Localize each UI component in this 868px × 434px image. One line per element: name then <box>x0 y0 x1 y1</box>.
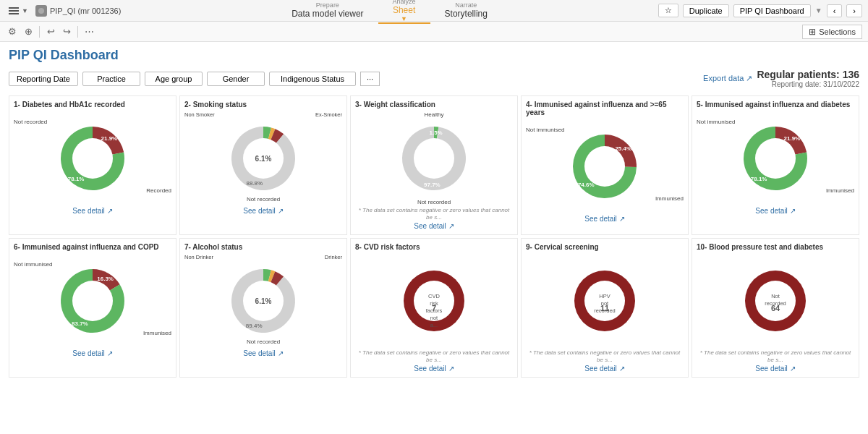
page-title: PIP QI Dashboard <box>9 48 859 63</box>
patients-count: Regular patients: 136 <box>757 69 859 80</box>
chart-1-label-right: Recorded <box>146 187 171 194</box>
svg-text:21.9%: 21.9% <box>784 135 801 142</box>
nav-next-button[interactable]: › <box>846 4 862 17</box>
chart-10: 10- Blood pressure test and diabetes Not… <box>692 238 859 378</box>
filter-reporting-date[interactable]: Reporting Date <box>9 72 78 86</box>
chart-8-area: CVDriskfactorsnota...7 <box>355 254 513 348</box>
chart-1-see-detail[interactable]: See detail ↗ <box>14 207 171 215</box>
svg-point-10 <box>584 146 625 187</box>
svg-point-7 <box>414 138 454 179</box>
svg-text:21.9%: 21.9% <box>101 135 118 142</box>
chart-3: 3- Weight classification1.5%97.7%Healthy… <box>350 95 518 235</box>
chart-2-title: 2- Smoking status <box>184 101 342 109</box>
chart-4-area: 25.4%74.6%Not immunisedImmunised <box>526 119 684 213</box>
nav-storytelling[interactable]: Narrate Storytelling <box>430 0 502 24</box>
smart-search-icon[interactable]: ⊕ <box>22 25 35 38</box>
chart-5-area: 21.9%78.1%Not immunisedImmunised <box>697 111 854 205</box>
chart-7: 7- Alcohol status6.1%89.4%Non DrinkerDri… <box>179 238 347 378</box>
svg-text:16.3%: 16.3% <box>97 276 114 282</box>
chart-4: 4- Immunised against influenza and >=65 … <box>521 95 689 235</box>
undo-icon[interactable]: ↩ <box>44 25 57 38</box>
chart-5-label-left: Not immunised <box>697 119 735 125</box>
svg-text:6.1%: 6.1% <box>255 297 272 305</box>
redo-icon[interactable]: ↪ <box>60 25 73 38</box>
chart-6-label-left: Not immunised <box>14 261 52 268</box>
chart-10-title: 10- Blood pressure test and diabetes <box>697 243 854 251</box>
chart-6-svg: 16.3%83.7% <box>53 258 132 344</box>
svg-text:25.4%: 25.4% <box>615 145 631 152</box>
menu-button[interactable]: ▼ <box>6 6 31 16</box>
reporting-date: Reporting date: 31/10/2022 <box>757 80 859 88</box>
nav-sheet[interactable]: Analyze Sheet ▼ <box>378 0 430 24</box>
filter-indigenous-status[interactable]: Indigenous Status <box>269 72 356 86</box>
toolbar: ⚙ ⊕ ↩ ↪ ⋯ ⊞ Selections <box>0 22 868 42</box>
chart-7-label-top-right: Drinker <box>325 254 342 260</box>
svg-text:78.1%: 78.1% <box>751 176 767 182</box>
chart-3-note: * The data set contains negative or zero… <box>355 207 513 221</box>
svg-text:6.1%: 6.1% <box>255 155 272 163</box>
chart-5-title: 5- Immunised against influenza and diabe… <box>697 101 854 109</box>
svg-text:7: 7 <box>432 304 436 312</box>
patients-info: Regular patients: 136 Reporting date: 31… <box>757 69 859 88</box>
chart-9-title: 9- Cervical screening <box>526 243 684 251</box>
chart-7-see-detail[interactable]: See detail ↗ <box>184 349 342 357</box>
chart-7-label-bottom: Not recorded <box>247 339 280 345</box>
charts-grid: 1- Diabetes and HbA1c recorded21.9%78.1%… <box>9 95 859 378</box>
chart-9-note: * The data set contains negative or zero… <box>526 349 684 363</box>
chart-6: 6- Immunised against influenza and COPD1… <box>9 238 176 378</box>
app-header: ▼ PIP_QI (mr 001236) <box>6 5 121 17</box>
svg-point-16 <box>72 281 113 321</box>
chart-3-svg: 1.5%97.7% <box>394 115 474 202</box>
chart-3-title: 3- Weight classification <box>355 101 513 109</box>
chart-8: 8- CVD risk factors CVDriskfactorsnota..… <box>350 238 518 378</box>
app-title: PIP_QI (mr 001236) <box>50 7 121 15</box>
chart-3-area: 1.5%97.7%HealthyNot recorded <box>355 111 513 205</box>
chart-1: 1- Diabetes and HbA1c recorded21.9%78.1%… <box>9 95 176 235</box>
chart-10-svg: Notrecorded64 <box>739 261 812 341</box>
chart-8-title: 8- CVD risk factors <box>355 243 513 251</box>
chart-3-label-top: Healthy <box>424 111 443 118</box>
bookmark-button[interactable]: ☆ <box>658 4 678 17</box>
chart-10-see-detail[interactable]: See detail ↗ <box>697 365 854 373</box>
nav-data-model-viewer[interactable]: Prepare Data model viewer <box>277 0 378 24</box>
chart-1-label-left: Not recorded <box>14 119 47 125</box>
chart-2-see-detail[interactable]: See detail ↗ <box>184 207 342 215</box>
chart-2-label-bottom: Not recorded <box>247 196 280 203</box>
selections-button[interactable]: ⊞ Selections <box>802 25 862 39</box>
export-data-link[interactable]: Export data <box>703 74 752 83</box>
filter-more-button[interactable]: ··· <box>360 72 380 86</box>
chart-6-area: 16.3%83.7%Not immunisedImmunised <box>14 254 171 348</box>
svg-text:97.7%: 97.7% <box>424 182 441 188</box>
svg-text:11: 11 <box>600 304 609 312</box>
chart-1-area: 21.9%78.1%Not recordedRecorded <box>14 111 171 205</box>
chart-8-see-detail[interactable]: See detail ↗ <box>355 365 513 373</box>
filter-age-group[interactable]: Age group <box>145 72 203 86</box>
chart-6-see-detail[interactable]: See detail ↗ <box>14 349 171 357</box>
chevron-icon: ▼ <box>815 7 822 14</box>
chart-4-title: 4- Immunised against influenza and >=65 … <box>526 101 684 116</box>
chart-9-area: HPVnotrecorded11 <box>526 254 684 348</box>
svg-text:89.4%: 89.4% <box>246 322 263 328</box>
chart-6-title: 6- Immunised against influenza and COPD <box>14 243 171 251</box>
chart-3-see-detail[interactable]: See detail ↗ <box>355 222 513 230</box>
chart-5-svg: 21.9%78.1% <box>736 115 815 202</box>
filter-practice[interactable]: Practice <box>82 72 140 86</box>
chart-5-see-detail[interactable]: See detail ↗ <box>697 207 854 215</box>
chart-1-title: 1- Diabetes and HbA1c recorded <box>14 101 171 109</box>
svg-text:74.6%: 74.6% <box>578 182 595 188</box>
toolbar-separator-2 <box>77 26 78 38</box>
dashboard-label-button[interactable]: PIP QI Dashboard <box>733 4 811 17</box>
top-right-actions: ☆ Duplicate PIP QI Dashboard ▼ ‹ › <box>658 4 862 17</box>
chart-5: 5- Immunised against influenza and diabe… <box>692 95 859 235</box>
svg-point-13 <box>755 138 796 179</box>
chart-9-svg: HPVnotrecorded11 <box>569 261 641 341</box>
chart-4-see-detail[interactable]: See detail ↗ <box>526 215 684 223</box>
nav-prev-button[interactable]: ‹ <box>827 4 843 17</box>
chart-9-see-detail[interactable]: See detail ↗ <box>526 365 684 373</box>
more-icon[interactable]: ⋯ <box>82 25 95 38</box>
settings-icon[interactable]: ⚙ <box>6 25 19 38</box>
chart-2-area: 6.1%88.8%Non SmokerEx-SmokerNot recorded <box>184 111 342 205</box>
toolbar-separator <box>39 26 40 38</box>
filter-gender[interactable]: Gender <box>207 72 265 86</box>
duplicate-button[interactable]: Duplicate <box>683 4 729 17</box>
